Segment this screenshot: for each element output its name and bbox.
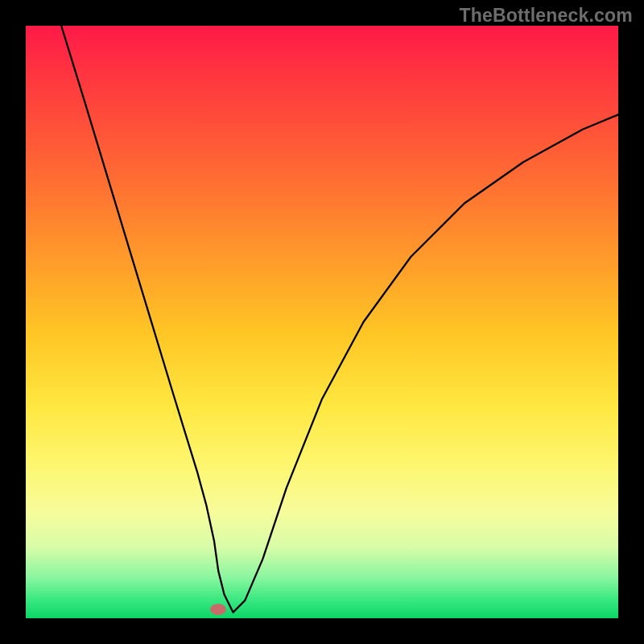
plot-background <box>26 26 618 618</box>
watermark-text: TheBottleneck.com <box>459 5 633 27</box>
minimum-marker <box>210 604 226 615</box>
chart-frame: TheBottleneck.com <box>0 0 644 644</box>
